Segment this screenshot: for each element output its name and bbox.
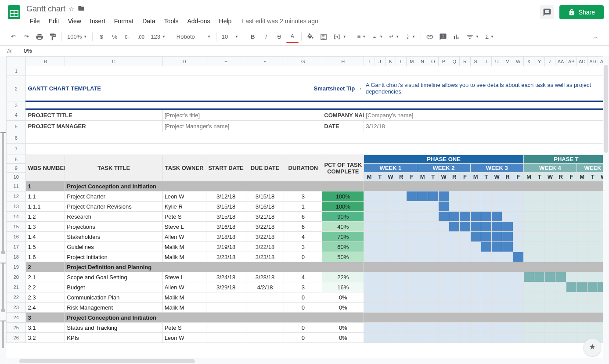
row-header[interactable]: 23 — [7, 303, 26, 313]
explore-button[interactable] — [584, 339, 601, 356]
halign-button[interactable]: ≡▼ — [355, 31, 369, 43]
row-header[interactable]: 19 — [7, 262, 26, 272]
col-header[interactable]: Y — [534, 57, 545, 66]
chart-button[interactable] — [450, 31, 462, 43]
col-header[interactable]: AC — [577, 57, 587, 66]
col-header[interactable]: R — [460, 57, 470, 66]
row-header[interactable]: 24 — [7, 313, 26, 323]
valign-button[interactable]: ⫠▼ — [369, 31, 386, 43]
folder-icon[interactable] — [78, 5, 85, 13]
formula-input[interactable]: 0% — [19, 47, 36, 54]
col-header[interactable]: F — [246, 57, 284, 66]
row-header[interactable]: 5 — [7, 121, 26, 132]
select-all-cell[interactable] — [7, 57, 26, 66]
col-header[interactable]: W — [513, 57, 523, 66]
row-header[interactable]: 4 — [7, 109, 26, 121]
fill-color-button[interactable] — [304, 31, 317, 43]
redo-button[interactable]: ↷ — [20, 31, 32, 43]
row-header[interactable]: 9 — [7, 164, 26, 173]
row-header[interactable]: 1 — [7, 66, 26, 76]
last-edit-link[interactable]: Last edit was 2 minutes ago — [242, 18, 318, 25]
star-icon[interactable]: ☆ — [69, 6, 74, 12]
row-header[interactable]: 3 — [7, 101, 26, 109]
col-header[interactable]: AA — [555, 57, 566, 66]
row-header[interactable]: 10 — [7, 173, 26, 181]
col-header[interactable]: I — [364, 57, 375, 66]
col-header[interactable]: X — [523, 57, 534, 66]
col-header[interactable]: Q — [449, 57, 460, 66]
col-header[interactable]: G — [284, 57, 322, 66]
col-header[interactable]: E — [206, 57, 246, 66]
menu-format[interactable]: Format — [111, 16, 137, 26]
row-header[interactable]: 2 — [7, 76, 26, 101]
row-header[interactable]: 17 — [7, 242, 26, 252]
col-header[interactable]: S — [470, 57, 481, 66]
row-header[interactable]: 12 — [7, 191, 26, 202]
col-header[interactable]: J — [375, 57, 385, 66]
row-group-gutter[interactable] — [0, 56, 6, 364]
menu-view[interactable]: View — [65, 16, 85, 26]
row-header[interactable]: 20 — [7, 272, 26, 282]
col-header[interactable]: V — [502, 57, 513, 66]
undo-button[interactable]: ↶ — [7, 31, 19, 43]
col-header[interactable]: B — [26, 57, 65, 66]
row-header[interactable]: 11 — [7, 181, 26, 191]
row-header[interactable]: 26 — [7, 333, 26, 343]
zoom-dropdown[interactable]: 100%▼ — [65, 31, 90, 43]
dec-decimal-button[interactable]: .0← — [122, 31, 134, 43]
col-header[interactable]: N — [417, 57, 428, 66]
menu-file[interactable]: File — [26, 16, 43, 26]
row-header[interactable]: 16 — [7, 232, 26, 242]
italic-button[interactable]: I — [260, 31, 272, 43]
doc-title[interactable]: Gantt chart — [26, 4, 65, 14]
horizontal-scrollbar[interactable] — [6, 358, 603, 364]
percent-button[interactable]: % — [108, 31, 121, 43]
functions-button[interactable]: Σ▼ — [483, 31, 497, 43]
menu-help[interactable]: Help — [216, 16, 235, 26]
menu-tools[interactable]: Tools — [161, 16, 182, 26]
col-header[interactable]: H — [322, 57, 364, 66]
menu-insert[interactable]: Insert — [86, 16, 109, 26]
col-header[interactable]: C — [65, 57, 162, 66]
text-color-button[interactable]: A — [286, 31, 299, 43]
share-button[interactable]: Share — [559, 5, 604, 19]
col-header[interactable]: Z — [545, 57, 555, 66]
strike-button[interactable]: S — [273, 31, 285, 43]
link-button[interactable] — [424, 31, 436, 43]
inc-decimal-button[interactable]: .00 — [135, 31, 147, 43]
row-header[interactable]: 15 — [7, 222, 26, 232]
comment-button[interactable] — [437, 31, 449, 43]
row-header[interactable]: 18 — [7, 252, 26, 262]
currency-button[interactable]: $ — [95, 31, 108, 43]
col-header[interactable]: AB — [566, 57, 577, 66]
merge-button[interactable]: ▼ — [331, 31, 349, 43]
col-header[interactable]: L — [396, 57, 406, 66]
row-header[interactable]: 6 — [7, 132, 26, 144]
fontsize-dropdown[interactable]: 10▼ — [219, 31, 241, 43]
rotate-button[interactable]: ⤸▼ — [403, 31, 418, 43]
col-header[interactable]: K — [385, 57, 396, 66]
wrap-button[interactable]: ↵▼ — [386, 31, 402, 43]
row-header[interactable]: 13 — [7, 202, 26, 212]
paint-format-button[interactable] — [47, 31, 59, 43]
row-header[interactable]: 7 — [7, 144, 26, 155]
sheets-logo[interactable] — [5, 4, 23, 21]
font-dropdown[interactable]: Roboto▼ — [174, 31, 213, 43]
row-header[interactable]: 14 — [7, 212, 26, 222]
col-header[interactable]: D — [162, 57, 206, 66]
col-header[interactable]: T — [481, 57, 491, 66]
collapse-toolbar-button[interactable]: ︿ — [590, 31, 602, 43]
filter-button[interactable]: ▼ — [463, 31, 482, 43]
bold-button[interactable]: B — [247, 31, 259, 43]
vertical-scrollbar[interactable] — [603, 56, 609, 364]
menu-addons[interactable]: Add-ons — [184, 16, 213, 26]
row-header[interactable]: 25 — [7, 323, 26, 333]
col-header[interactable]: U — [492, 57, 502, 66]
col-header[interactable]: M — [407, 57, 417, 66]
print-button[interactable] — [33, 31, 46, 43]
comments-button[interactable] — [540, 5, 554, 19]
row-header[interactable]: 22 — [7, 292, 26, 303]
numfmt-dropdown[interactable]: 123▼ — [148, 31, 168, 43]
col-header[interactable]: O — [428, 57, 438, 66]
menu-edit[interactable]: Edit — [45, 16, 63, 26]
